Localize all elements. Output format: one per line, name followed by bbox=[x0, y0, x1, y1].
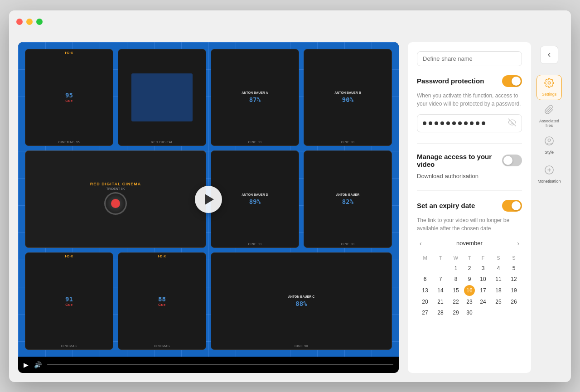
calendar-day[interactable]: 13 bbox=[418, 285, 432, 296]
traffic-lights bbox=[16, 19, 43, 25]
calendar-grid: M T W T F S S 12345678910111213 bbox=[417, 252, 522, 319]
sidebar-btn-monetisation-label: Monetisation bbox=[537, 179, 561, 184]
calendar-day[interactable]: 5 bbox=[507, 263, 521, 273]
calendar-day[interactable]: 27 bbox=[418, 308, 432, 318]
settings-content: Password protection When you activate th… bbox=[408, 42, 531, 373]
gear-item-bat4: I·D·X 88 Cue CineMAG bbox=[118, 252, 206, 350]
calendar-day[interactable]: 2 bbox=[464, 263, 475, 273]
password-field[interactable] bbox=[417, 114, 522, 132]
sidebar-icons: Settings Associated files bbox=[531, 42, 562, 373]
password-section-header: Password protection bbox=[417, 75, 522, 87]
calendar-day[interactable]: 23 bbox=[464, 297, 475, 307]
cal-header-t2: T bbox=[464, 253, 475, 262]
calendar-day[interactable]: 3 bbox=[476, 263, 490, 273]
calendar-day[interactable]: 30 bbox=[464, 308, 475, 318]
calendar-day[interactable]: 17 bbox=[476, 285, 490, 296]
calendar-day[interactable]: 10 bbox=[476, 274, 490, 284]
calendar-day[interactable]: 28 bbox=[433, 308, 448, 318]
password-toggle-thumb bbox=[512, 77, 521, 86]
calendar-day[interactable]: 26 bbox=[507, 297, 521, 307]
calendar-day[interactable]: 24 bbox=[476, 297, 490, 307]
calendar-day[interactable]: 22 bbox=[449, 297, 463, 307]
calendar-day bbox=[476, 308, 490, 318]
cal-header-f: F bbox=[476, 253, 490, 262]
calendar-day[interactable]: 11 bbox=[491, 274, 506, 284]
calendar-day[interactable]: 29 bbox=[449, 308, 463, 318]
calendar-day[interactable]: 4 bbox=[491, 263, 506, 273]
calendar-prev-button[interactable]: ‹ bbox=[417, 239, 425, 248]
play-control-icon[interactable]: ▶ bbox=[24, 361, 29, 368]
close-button[interactable] bbox=[16, 19, 23, 25]
calendar-day bbox=[507, 308, 521, 318]
calendar-day[interactable]: 1 bbox=[449, 263, 463, 273]
gear-item-batC: ANTON BAUER C 88% CINE 90 bbox=[211, 252, 392, 350]
maximize-button[interactable] bbox=[36, 19, 43, 25]
monetisation-icon bbox=[544, 165, 554, 177]
progress-bar[interactable] bbox=[47, 364, 393, 365]
svg-point-1 bbox=[548, 82, 551, 84]
calendar-month-label: november bbox=[456, 240, 483, 247]
expiry-section-header: Set an expiry date bbox=[417, 200, 522, 212]
password-section-title: Password protection bbox=[417, 77, 484, 85]
calendar-day[interactable]: 9 bbox=[464, 274, 475, 284]
calendar-day[interactable]: 6 bbox=[418, 274, 432, 284]
divider-2 bbox=[417, 190, 522, 191]
expiry-desc: The link to your video will no longer be… bbox=[417, 216, 522, 232]
video-panel: I·D·X 95 Cue CineMAG 95 RED Digital ANTO… bbox=[18, 42, 399, 373]
sidebar-btn-settings[interactable]: Settings bbox=[536, 75, 562, 100]
video-container: I·D·X 95 Cue CineMAG 95 RED Digital ANTO… bbox=[18, 42, 399, 357]
password-visibility-icon[interactable] bbox=[508, 118, 516, 128]
calendar-day[interactable]: 25 bbox=[491, 297, 506, 307]
sidebar-btn-files[interactable]: Associated files bbox=[536, 104, 562, 129]
cal-header-s1: S bbox=[491, 253, 506, 262]
calendar-day[interactable]: 7 bbox=[433, 274, 448, 284]
mac-window: I·D·X 95 Cue CineMAG 95 RED Digital ANTO… bbox=[9, 10, 571, 382]
password-toggle-track[interactable] bbox=[502, 75, 522, 87]
calendar-next-button[interactable]: › bbox=[514, 239, 522, 248]
calendar: ‹ november › M T W T F bbox=[417, 239, 522, 319]
style-icon bbox=[544, 136, 554, 148]
calendar-day[interactable]: 14 bbox=[433, 285, 448, 296]
password-protection-section: Password protection When you activate th… bbox=[417, 75, 522, 132]
password-dots bbox=[423, 121, 508, 125]
play-button[interactable] bbox=[195, 186, 222, 213]
sidebar-btn-style[interactable]: Style bbox=[536, 133, 562, 158]
cal-header-w: W bbox=[449, 253, 463, 262]
calendar-day[interactable]: 12 bbox=[507, 274, 521, 284]
expiry-toggle-track[interactable] bbox=[502, 200, 522, 212]
password-section-desc: When you activate this function, access … bbox=[417, 92, 522, 108]
calendar-day bbox=[491, 308, 506, 318]
calendar-header: ‹ november › bbox=[417, 239, 522, 248]
expiry-toggle-thumb bbox=[512, 201, 521, 210]
calendar-day[interactable]: 8 bbox=[449, 274, 463, 284]
sidebar-btn-style-label: Style bbox=[545, 150, 554, 155]
video-scene: I·D·X 95 Cue CineMAG 95 RED Digital ANTO… bbox=[18, 42, 399, 357]
sidebar-btn-monetisation[interactable]: Monetisation bbox=[536, 162, 562, 187]
video-controls: ▶ 🔊 bbox=[18, 357, 399, 373]
gear-item-monitor: RED Digital bbox=[118, 49, 206, 146]
manage-access-toggle[interactable] bbox=[502, 155, 522, 166]
calendar-day[interactable]: 19 bbox=[507, 285, 521, 296]
files-icon bbox=[544, 105, 554, 117]
expiry-section: Set an expiry date The link to your vide… bbox=[417, 200, 522, 319]
back-button[interactable] bbox=[540, 46, 558, 64]
manage-access-header: Manage access to your video bbox=[417, 153, 522, 168]
calendar-day[interactable]: 16 bbox=[464, 285, 475, 296]
gear-item-batB2: ANTON BAUER 82% CINE 90 bbox=[304, 150, 392, 248]
cal-header-t1: T bbox=[433, 253, 448, 262]
calendar-day bbox=[418, 263, 432, 273]
sidebar-btn-files-label: Associated files bbox=[536, 119, 562, 128]
share-name-input[interactable] bbox=[417, 51, 522, 66]
expiry-toggle[interactable] bbox=[502, 200, 522, 212]
gear-item-camera: RED DIGITAL CINEMA TRIDENT 8K bbox=[25, 150, 206, 248]
minimize-button[interactable] bbox=[26, 19, 33, 25]
download-auth-row: Download authorisation bbox=[417, 173, 522, 179]
calendar-day[interactable]: 20 bbox=[418, 297, 432, 307]
volume-control-icon[interactable]: 🔊 bbox=[34, 361, 42, 368]
gear-item-batD: ANTON BAUER D 89% CINE 90 bbox=[211, 150, 299, 248]
calendar-day[interactable]: 21 bbox=[433, 297, 448, 307]
password-toggle[interactable] bbox=[502, 75, 522, 87]
calendar-day[interactable]: 15 bbox=[449, 285, 463, 296]
manage-access-toggle-track[interactable] bbox=[502, 155, 522, 166]
calendar-day[interactable]: 18 bbox=[491, 285, 506, 296]
